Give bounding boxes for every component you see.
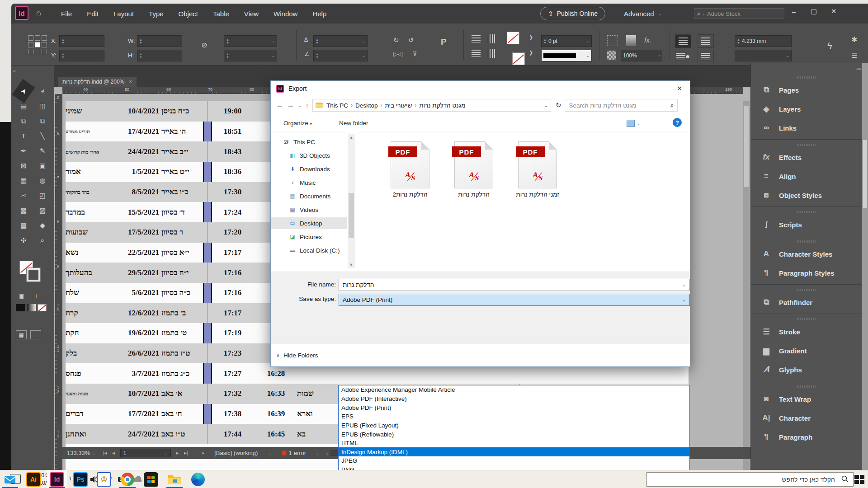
gpu-performance-icon[interactable]: ϟ	[827, 41, 832, 51]
no-text-wrap-button[interactable]	[675, 34, 691, 48]
scroll-thumb[interactable]	[863, 140, 867, 208]
dialog-search-input[interactable]: Search מגנט הדלקת נרות ⌕	[565, 99, 678, 112]
rotate-ccw-button[interactable]: ↺	[408, 36, 414, 44]
taskbar-app-edge[interactable]	[188, 470, 208, 488]
distribute-spacing-h-icon[interactable]	[487, 50, 496, 57]
chevron-down-icon[interactable]: ⌄	[544, 103, 548, 108]
scale-y-field[interactable]: ▲▼⌄	[224, 50, 277, 61]
zoom-control[interactable]: 133.33%⌄	[67, 450, 96, 456]
frame-tool[interactable]: ⊠	[14, 158, 33, 173]
taskbar-app-illustrator[interactable]: Ai	[24, 470, 43, 488]
apply-none-icon[interactable]	[38, 304, 47, 311]
dialog-close-icon[interactable]: ✕	[674, 84, 685, 94]
distribute-spacing-icon[interactable]	[472, 50, 481, 57]
eyedropper-tool[interactable]: ◆	[33, 218, 52, 233]
menu-help[interactable]: Help	[312, 10, 326, 18]
drop-shadow-icon[interactable]	[626, 35, 636, 46]
panel-scripts[interactable]: ʃScripts	[751, 215, 862, 234]
panel-paragraph[interactable]: ¶Paragraph	[751, 427, 862, 446]
hand-tool[interactable]: ✣	[14, 233, 33, 248]
workspace-switcher[interactable]: Advanced ⌄	[624, 7, 661, 20]
collapse-tools-icon[interactable]: «	[13, 68, 16, 74]
maximize-button[interactable]: ▢	[804, 4, 824, 19]
menu-file[interactable]: File	[61, 10, 72, 18]
taskbar-search[interactable]: הקלד כאן כדי לחפש	[646, 472, 854, 487]
panel-stroke[interactable]: ☰Stroke	[751, 322, 862, 341]
page-number-field[interactable]: 1 ⌄	[120, 449, 171, 457]
ellipse-tool[interactable]: ◍	[33, 173, 52, 188]
up-arrow-icon[interactable]: ↑	[305, 102, 309, 109]
save-type-option[interactable]: EPS	[339, 412, 689, 421]
minimize-button[interactable]: –	[784, 4, 804, 19]
line-tool[interactable]: ╲	[33, 128, 52, 143]
organize-button[interactable]: Organize ▾	[283, 120, 312, 127]
breadcrumb-segment[interactable]: שיעורי בית	[385, 102, 412, 109]
menu-view[interactable]: View	[244, 10, 259, 18]
reference-point-grid[interactable]	[28, 35, 47, 54]
sidebar-item-local-disk-c-[interactable]: ▬Local Disk (C:)	[271, 244, 347, 256]
rotation-field[interactable]: ▲▼⌄	[313, 35, 368, 47]
scissors-tool[interactable]: ✂	[14, 188, 33, 203]
scroll-down-icon[interactable]: ▼	[348, 262, 355, 268]
panel-menu-icon[interactable]: ☰	[851, 52, 857, 60]
save-type-option[interactable]: Adobe PDF (Interactive)	[339, 394, 689, 404]
sidebar-item-this-pc[interactable]: 🖳This PC	[271, 136, 347, 148]
sidebar-item-pictures[interactable]: ◪Pictures	[271, 231, 347, 243]
y-field[interactable]: ▲▼	[59, 50, 104, 61]
panel-scrollbar[interactable]	[862, 63, 868, 470]
collapse-panel-icon[interactable]: ««	[856, 66, 862, 71]
jump-object-button[interactable]	[698, 50, 714, 63]
refresh-icon[interactable]: ↻	[556, 101, 561, 109]
pdf-file[interactable]: PDF⅍הדלקת נרות	[447, 141, 501, 198]
flip-vertical-button[interactable]: ⊽	[413, 51, 417, 57]
start-button[interactable]	[854, 474, 865, 485]
free-transform-tool[interactable]: ◰	[33, 188, 52, 203]
wrap-object-shape-button[interactable]: ●	[675, 50, 691, 63]
panel-gradient[interactable]: ▆Gradient	[751, 341, 862, 360]
h-field[interactable]: ▲▼	[137, 50, 182, 61]
panel-glyphs[interactable]: 𝐴Glyphs	[751, 360, 862, 379]
breadcrumb-segment[interactable]: מגנט הדלקת נרות	[419, 102, 465, 109]
sidebar-item-downloads[interactable]: ⬇Downloads	[271, 163, 347, 175]
zoom-tool[interactable]: ⌕	[33, 233, 52, 248]
distribute-rows-icon[interactable]	[472, 35, 481, 42]
shear-field[interactable]: ▲▼⌄	[313, 50, 368, 61]
menu-type[interactable]: Type	[149, 10, 164, 18]
distribute-columns-icon[interactable]	[487, 35, 496, 42]
anchor-points-icon[interactable]	[720, 35, 730, 45]
forward-arrow-icon[interactable]: →	[287, 101, 294, 109]
panel-object-styles[interactable]: ⧈Object Styles	[751, 186, 862, 205]
home-icon[interactable]: ⌂	[36, 8, 41, 18]
document-vscrollbar[interactable]	[743, 101, 750, 470]
hide-folders-button[interactable]: ∧ Hide Folders	[276, 352, 318, 359]
stroke-style-dropdown[interactable]: ⌄	[541, 50, 592, 61]
first-page-button[interactable]: |◂	[103, 450, 107, 456]
scroll-thumb[interactable]	[744, 106, 749, 187]
taskbar-app-explorer[interactable]	[165, 470, 184, 488]
apply-gradient-icon[interactable]	[27, 304, 36, 311]
panel-text-wrap[interactable]: ◙Text Wrap	[751, 389, 862, 408]
sidebar-item-videos[interactable]: ▦Videos	[271, 204, 347, 216]
stroke-swatch[interactable]	[27, 268, 40, 282]
panel-group-grip[interactable]	[751, 286, 862, 293]
save-type-option[interactable]: EPUB (Fixed Layout)	[339, 421, 689, 430]
panel-group-grip[interactable]	[751, 383, 862, 389]
sidebar-item-3d-objects[interactable]: ◧3D Objects	[271, 150, 347, 161]
publish-online-button[interactable]: ⇧ Publish Online	[540, 7, 605, 20]
taskbar-app-indesign[interactable]: Id	[47, 470, 67, 488]
preflight-icon[interactable]: ◔	[201, 450, 204, 457]
taskbar-app-store[interactable]	[141, 470, 161, 488]
content-collector-tool[interactable]: ⧉	[14, 113, 33, 128]
taskbar-app-tanach[interactable]: ♔	[94, 470, 114, 488]
normal-view-icon[interactable]: ▦	[16, 330, 27, 339]
save-type-dropdown[interactable]: Adobe PDF (Print) ⌄	[339, 294, 690, 306]
last-page-button[interactable]: ▸|	[184, 450, 188, 456]
fill-swatch[interactable]	[507, 32, 519, 44]
save-type-option[interactable]: JPEG	[339, 456, 689, 465]
scale-x-field[interactable]: ▲▼⌄	[224, 35, 277, 47]
sidebar-scrollbar[interactable]: ▲ ▼	[348, 134, 355, 268]
help-icon[interactable]: ?	[673, 118, 682, 127]
panel-pathfinder[interactable]: ⧉Pathfinder	[751, 293, 862, 312]
w-field[interactable]: ▲▼	[137, 35, 182, 47]
panel-group-grip[interactable]	[751, 209, 862, 215]
